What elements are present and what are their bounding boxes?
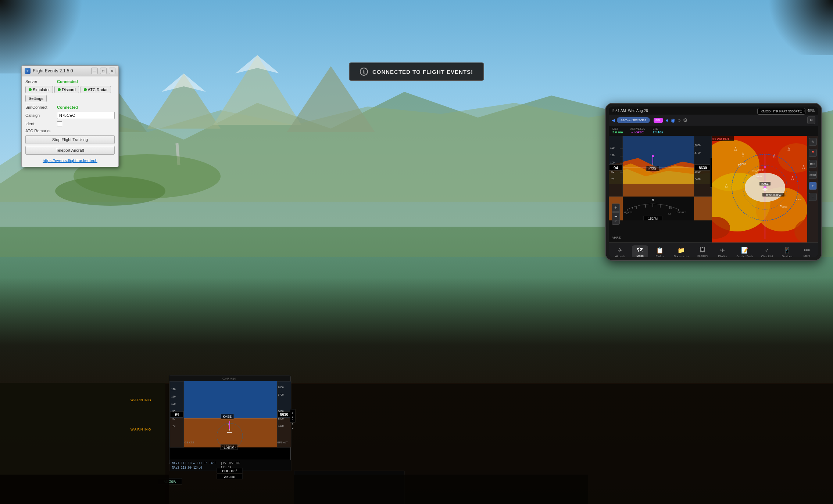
tab-settings[interactable]: Settings bbox=[25, 95, 47, 102]
active-leg-label: ACTIVE LEG bbox=[630, 127, 646, 130]
record-btn[interactable]: REC bbox=[809, 160, 817, 168]
dist-value: 3.6 nm bbox=[612, 130, 623, 134]
flights-icon: ✈ bbox=[720, 247, 725, 254]
active-leg-value: → KASE bbox=[630, 130, 646, 134]
atc-remarks-label: ATC Remarks bbox=[25, 129, 55, 133]
circle-icon-btn[interactable]: ○ bbox=[678, 117, 680, 123]
tablet-time: 9:51 AM Wed Aug 26 bbox=[612, 109, 648, 113]
documents-label: Documents bbox=[674, 255, 689, 258]
tab-documents[interactable]: 📁 Documents bbox=[672, 245, 691, 258]
tab-simulator-label: Simulator bbox=[33, 87, 50, 92]
sectional-map: KASE KASY KASE CO03 KIER STEMY 28°N bbox=[712, 136, 818, 242]
flight-events-dialog: ✈ Flight Events 2.1.5.0 ─ □ ✕ Server Con… bbox=[21, 65, 119, 167]
tab-more[interactable]: ••• More bbox=[799, 245, 815, 257]
active-leg-item: ACTIVE LEG → KASE bbox=[630, 127, 646, 134]
simconnect-row: SimConnect Connected bbox=[25, 105, 115, 109]
svg-text:N: N bbox=[652, 199, 654, 202]
terrain-display-svg: 94 120 110 100 80 70 8630 8800 bbox=[609, 136, 712, 220]
side-toolbar: ✎ 📍 REC 00:00 + − bbox=[807, 136, 818, 242]
tab-bar: Simulator Discord ATC Radar Settings bbox=[25, 86, 115, 102]
map-icon-btn[interactable]: ● bbox=[666, 117, 669, 123]
scratchpads-label: ScratchPads bbox=[736, 255, 753, 258]
fpl-badge[interactable]: FPL bbox=[654, 118, 663, 123]
gear-icon-btn[interactable]: ⚙ bbox=[683, 117, 688, 123]
imagery-icon: 🖼 bbox=[700, 247, 705, 253]
more-label: More bbox=[804, 254, 810, 257]
zoom-in-map-btn[interactable]: + bbox=[809, 182, 817, 190]
simconnect-status: Connected bbox=[57, 105, 78, 109]
edit-btn[interactable]: ✎ bbox=[809, 138, 817, 146]
events-link[interactable]: https://events.flighttracker.tech bbox=[43, 158, 97, 163]
svg-text:ASFEN: ASFEN bbox=[758, 169, 764, 171]
tab-discord-label: Discord bbox=[62, 87, 75, 92]
devices-icon: 📱 bbox=[783, 247, 791, 254]
maps-label: Maps bbox=[636, 254, 644, 257]
tablet-screen: 9:51 AM Wed Aug 26 WiFi ▲ 49% ◀ Aero & O… bbox=[609, 107, 818, 257]
teleport-button[interactable]: Teleport Aircraft bbox=[25, 146, 115, 155]
svg-text:9:51 AM EDT: 9:51 AM EDT bbox=[712, 137, 730, 141]
notification-banner: ℹ CONNECTED TO FLIGHT EVENTS! bbox=[349, 62, 484, 81]
svg-text:OC: OC bbox=[668, 213, 672, 215]
minimize-button[interactable]: ─ bbox=[91, 68, 98, 74]
plates-icon: 📋 bbox=[656, 247, 664, 254]
tablet-info-row: DIST 3.6 nm ACTIVE LEG → KASE ETE 2m16s bbox=[609, 126, 818, 136]
svg-text:152°M: 152°M bbox=[648, 217, 658, 220]
more-icon: ••• bbox=[804, 247, 810, 253]
svg-text:110: 110 bbox=[610, 154, 615, 156]
active-icon-btn[interactable]: ◉ bbox=[671, 117, 675, 123]
dialog-body: Server Connected Simulator Discord ATC R… bbox=[22, 76, 118, 167]
svg-text:100: 100 bbox=[610, 161, 615, 164]
svg-text:28°N/106.89°W: 28°N/106.89°W bbox=[766, 194, 781, 196]
tab-scratchpads[interactable]: 📝 ScratchPads bbox=[734, 245, 755, 258]
dialog-titlebar: ✈ Flight Events 2.1.5.0 ─ □ ✕ bbox=[22, 66, 118, 76]
svg-point-113 bbox=[652, 155, 654, 157]
callsign-input[interactable] bbox=[57, 112, 115, 119]
stop-tracking-button[interactable]: Stop Flight Tracking bbox=[25, 135, 115, 144]
tab-discord[interactable]: Discord bbox=[54, 86, 79, 93]
simconnect-label: SimConnect bbox=[25, 105, 55, 109]
restore-button[interactable]: □ bbox=[100, 68, 107, 74]
foreflight-tablet: 9:51 AM Wed Aug 26 WiFi ▲ 49% ◀ Aero & O… bbox=[605, 103, 822, 261]
tablet-bottombar: ✈ Airports 🗺 Maps 📋 Plates 📁 Documents 🖼… bbox=[609, 242, 818, 257]
tab-checklist[interactable]: ✓ Checklist bbox=[759, 245, 775, 258]
cockpit-overlay bbox=[0, 277, 833, 504]
settings-map-btn[interactable]: ⚙ bbox=[807, 116, 815, 124]
close-button[interactable]: ✕ bbox=[109, 68, 115, 74]
ident-checkbox[interactable] bbox=[57, 121, 62, 126]
zoom-controls: + − bbox=[612, 204, 620, 220]
zoom-out-btn[interactable]: − bbox=[612, 212, 620, 220]
svg-text:80: 80 bbox=[611, 170, 614, 173]
info-icon: ℹ bbox=[360, 68, 368, 76]
tab-simulator[interactable]: Simulator bbox=[25, 86, 53, 93]
callsign-row: Callsign bbox=[25, 112, 115, 119]
dialog-title: Flight Events 2.1.5.0 bbox=[33, 68, 89, 73]
simulator-dot bbox=[29, 88, 32, 91]
ete-item: ETE 2m16s bbox=[653, 127, 663, 134]
tab-airports[interactable]: ✈ Airports bbox=[612, 245, 628, 258]
tab-devices[interactable]: 📱 Devices bbox=[779, 245, 795, 258]
nav-aero-label: Aero & Obstacles bbox=[621, 118, 646, 122]
pin-btn[interactable]: 📍 bbox=[809, 149, 817, 157]
tab-atc-radar[interactable]: ATC Radar bbox=[81, 86, 111, 93]
nav-pill-aero[interactable]: Aero & Obstacles bbox=[617, 117, 650, 123]
zoom-in-btn[interactable]: + bbox=[612, 204, 620, 212]
svg-text:94: 94 bbox=[614, 166, 618, 170]
airports-icon: ✈ bbox=[618, 247, 622, 254]
server-status: Connected bbox=[57, 79, 78, 84]
timer-btn[interactable]: 00:00 bbox=[809, 171, 817, 179]
tab-imagery[interactable]: 🖼 Imagery bbox=[694, 245, 711, 257]
ident-row: Ident bbox=[25, 121, 115, 126]
dialog-link-row: https://events.flighttracker.tech bbox=[25, 156, 115, 164]
documents-icon: 📁 bbox=[678, 247, 685, 254]
left-display: 94 120 110 100 80 70 8630 8800 bbox=[609, 136, 712, 242]
tab-maps[interactable]: 🗺 Maps bbox=[632, 245, 648, 257]
zoom-out-map-btn[interactable]: − bbox=[809, 193, 817, 201]
tab-plates[interactable]: 📋 Plates bbox=[652, 245, 668, 258]
tab-flights[interactable]: ✈ Flights bbox=[714, 245, 730, 258]
atc-remarks-row: ATC Remarks bbox=[25, 129, 115, 133]
scratchpads-icon: 📝 bbox=[741, 247, 748, 254]
back-button[interactable]: ◀ bbox=[612, 118, 615, 123]
airports-label: Airports bbox=[615, 255, 625, 258]
tab-atc-label: ATC Radar bbox=[88, 87, 108, 92]
tab-settings-label: Settings bbox=[29, 96, 43, 101]
